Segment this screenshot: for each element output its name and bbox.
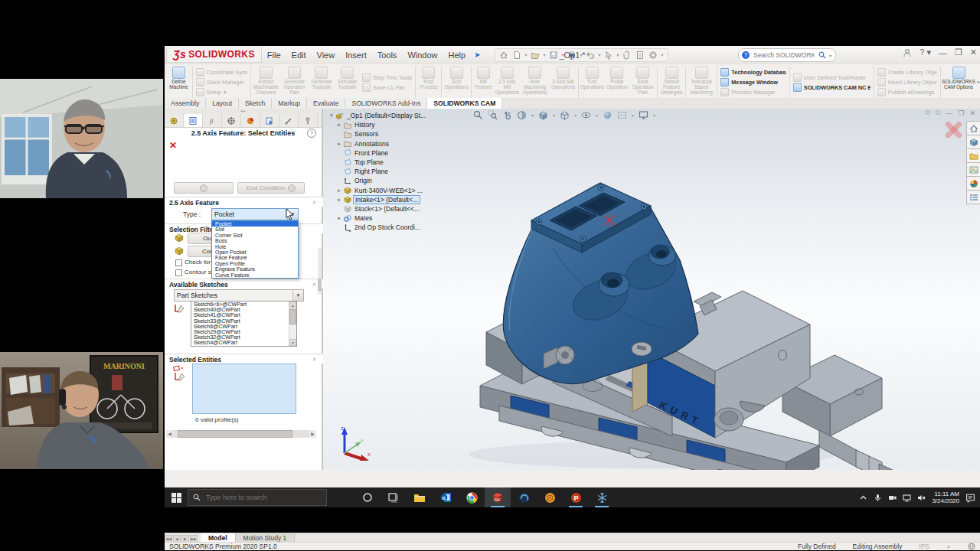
- file-explorer-icon[interactable]: [407, 487, 433, 507]
- menu-view[interactable]: View: [312, 46, 341, 64]
- type-option-face-feature[interactable]: Face Feature: [212, 255, 298, 260]
- powerpoint-icon[interactable]: P: [563, 487, 589, 507]
- entities-toggle-button[interactable]: [174, 182, 234, 194]
- microphone-icon[interactable]: [874, 494, 882, 502]
- sketches-collapse-icon[interactable]: »: [310, 282, 317, 285]
- taskbar-search-box[interactable]: [188, 489, 327, 506]
- view-orientation-icon[interactable]: [538, 110, 548, 120]
- tree-item-assembly[interactable]: ▾_Op1 (Default<Display St...: [328, 111, 492, 120]
- status-expand-icon[interactable]: ▲: [946, 544, 951, 549]
- help-menu-button[interactable]: ? ▾: [920, 47, 931, 57]
- tab-cam-tools[interactable]: [279, 114, 299, 127]
- minimize-button[interactable]: —: [939, 48, 947, 57]
- sketch-list-scrollbar[interactable]: ▲ ▼: [289, 302, 296, 346]
- sketch-list-item[interactable]: Sketch4@CWPart: [191, 340, 296, 345]
- stock-manager-button[interactable]: Stock Manager: [196, 78, 247, 86]
- menu-file[interactable]: File: [262, 46, 286, 64]
- chrome-icon[interactable]: [459, 487, 485, 507]
- options-gear-icon[interactable]: [648, 50, 659, 60]
- type-option-pocket[interactable]: Pocket: [212, 221, 298, 227]
- type-option-open-profile[interactable]: Open Profile: [212, 261, 298, 266]
- tray-expand-icon[interactable]: [859, 494, 867, 502]
- snowflake-app-icon[interactable]: [589, 487, 615, 507]
- print-icon[interactable]: [567, 50, 578, 60]
- post-process-button[interactable]: Post Process: [416, 65, 440, 99]
- panel-splitter[interactable]: •••: [165, 109, 322, 114]
- sketch-list-item[interactable]: Sketch6@CWPart: [191, 324, 296, 329]
- process-manager-button[interactable]: Process Manager: [720, 88, 786, 96]
- tolerance-based-machining-button[interactable]: Tolerance Based Machining: [687, 65, 716, 99]
- tree-item-kurt-vise[interactable]: ▸Kurt-3400V-WEB<1> ...: [328, 186, 492, 195]
- probe-operation-button[interactable]: Probe Operation: [604, 65, 629, 99]
- tree-item-history[interactable]: ▸History: [328, 120, 492, 129]
- open-icon[interactable]: [530, 50, 541, 60]
- camera-icon[interactable]: [888, 494, 897, 502]
- type-option-boss[interactable]: Boss: [212, 238, 298, 243]
- turn-operations-button[interactable]: Turn Operations: [580, 65, 605, 99]
- undo-icon[interactable]: [585, 50, 596, 60]
- extract-machinable-features-button[interactable]: Extract Machinable Features: [252, 65, 281, 99]
- attach-icon[interactable]: [622, 50, 633, 60]
- volume-muted-icon[interactable]: [917, 494, 926, 502]
- type-option-engrave-feature[interactable]: Engrave Feature: [212, 266, 298, 272]
- menu-window[interactable]: Window: [402, 46, 443, 64]
- home-tab-icon[interactable]: [966, 121, 980, 135]
- properties-icon[interactable]: [635, 50, 646, 60]
- menu-tools[interactable]: Tools: [372, 46, 403, 64]
- define-machine-button[interactable]: Define Machine: [166, 65, 191, 99]
- hide-show-items-icon[interactable]: [581, 110, 591, 120]
- task-view-icon[interactable]: [381, 487, 407, 507]
- panel-close-icon[interactable]: ✕: [169, 142, 177, 149]
- tab-dimxpert[interactable]: [222, 114, 241, 127]
- edrawings-icon[interactable]: [511, 487, 537, 507]
- tree-item-top-plane[interactable]: Top Plane: [328, 158, 492, 167]
- hole-machining-operations-button[interactable]: Hole Machining Operations: [521, 65, 550, 99]
- insert-library-object-button[interactable]: Insert Library Object: [877, 78, 938, 86]
- ribbon-overflow-button[interactable]: »: [975, 79, 980, 86]
- search-icon[interactable]: [818, 51, 826, 59]
- panel-help-icon[interactable]: ?: [307, 129, 316, 138]
- action-center-icon[interactable]: [965, 493, 975, 503]
- tab-cam-tooling[interactable]: [299, 114, 318, 127]
- tab-assembly[interactable]: Assembly: [165, 98, 206, 109]
- tree-item-intake[interactable]: ▸Intake<1> (Default<...: [328, 195, 492, 204]
- close-button[interactable]: ✕: [970, 47, 977, 57]
- view-settings-icon[interactable]: [639, 110, 648, 120]
- outlook-icon[interactable]: o: [433, 487, 459, 507]
- tab-property-manager[interactable]: [184, 114, 203, 127]
- scrollbar-thumb[interactable]: [178, 430, 292, 438]
- home-icon[interactable]: [498, 50, 510, 60]
- contour-select-checkbox[interactable]: [175, 269, 182, 276]
- mill-feature-button[interactable]: Mill Feature: [472, 65, 494, 99]
- doc-restore-icon[interactable]: ❐: [958, 109, 964, 117]
- selected-collapse-icon[interactable]: »: [310, 357, 317, 360]
- tab-layout[interactable]: Layout: [206, 98, 239, 109]
- selected-entities-box[interactable]: [192, 364, 296, 414]
- save-cl-file-button[interactable]: Save CL File: [362, 83, 412, 92]
- tab-evaluate[interactable]: Evaluate: [307, 98, 345, 109]
- doc-minimize-icon[interactable]: —: [946, 109, 952, 117]
- tree-item-front-plane[interactable]: Front Plane: [328, 148, 492, 158]
- tab-markup[interactable]: Markup: [272, 98, 307, 109]
- user-defined-tool-holder-button[interactable]: User Defined Tool/Holder: [793, 73, 871, 82]
- generate-toolpath-button[interactable]: Generate Toolpath: [309, 65, 335, 99]
- doc-window-icon[interactable]: ⧉: [926, 109, 930, 117]
- type-option-curve-feature[interactable]: Curve Feature: [212, 272, 298, 278]
- tab-solidworks-cam[interactable]: SOLIDWORKS CAM: [427, 98, 502, 109]
- publish-edrawings-button[interactable]: Publish eDrawings: [877, 88, 938, 96]
- sketch-list-item[interactable]: Sketch33@CWPart: [191, 318, 296, 324]
- default-feature-strategies-button[interactable]: Default Feature Strategies: [658, 65, 685, 99]
- nc-editor-button[interactable]: SOLIDWORKS CAM NC Editor: [793, 83, 871, 92]
- custom-properties-icon[interactable]: [966, 190, 980, 204]
- generate-operation-plan-button[interactable]: Generate Operation Plan: [280, 65, 308, 99]
- status-units[interactable]: IPS: [919, 543, 929, 550]
- help-search-box[interactable]: ? ▾: [738, 48, 836, 62]
- taskbar-clock[interactable]: 11:11 AM 3/24/2020: [932, 491, 959, 504]
- pin-menu-icon[interactable]: ➤: [474, 51, 480, 59]
- sketch-list-item[interactable]: Sketch6<6>@CWPart: [191, 302, 296, 307]
- tab-configurations[interactable]: β: [203, 114, 222, 127]
- tab-sketch[interactable]: Sketch: [239, 98, 272, 109]
- section-view-icon[interactable]: [517, 110, 527, 120]
- scroll-left-icon[interactable]: ◀: [166, 430, 173, 438]
- apply-scene-icon[interactable]: [617, 110, 627, 120]
